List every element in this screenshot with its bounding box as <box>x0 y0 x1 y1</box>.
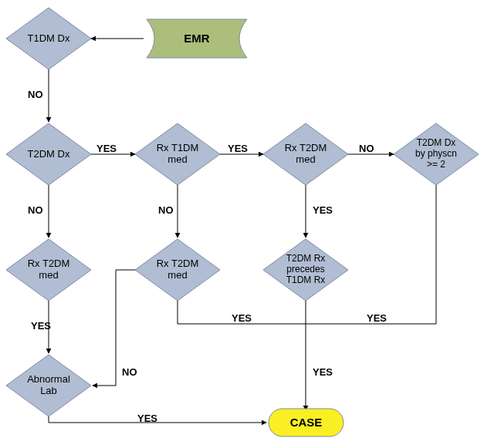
node-t2dm-dx <box>6 123 91 185</box>
node-abnormal-lab <box>6 355 91 416</box>
edge-rxt2b-no <box>93 270 135 386</box>
node-rx-t2dm-med-a <box>263 123 348 185</box>
node-rx-t2dm-med-c <box>6 239 91 301</box>
node-rx-t2dm-med-b <box>135 239 220 301</box>
node-t2dm-rx-precedes <box>263 239 348 301</box>
flowchart-canvas <box>0 0 494 448</box>
edge-rxt2b-yes <box>178 301 306 324</box>
node-case <box>269 409 343 436</box>
node-t1dm-dx <box>6 8 91 69</box>
edge-abnormal-yes <box>49 416 266 423</box>
node-rx-t1dm-med <box>135 123 220 185</box>
node-emr <box>147 19 247 58</box>
node-t2dm-dx-physcn <box>394 123 479 185</box>
